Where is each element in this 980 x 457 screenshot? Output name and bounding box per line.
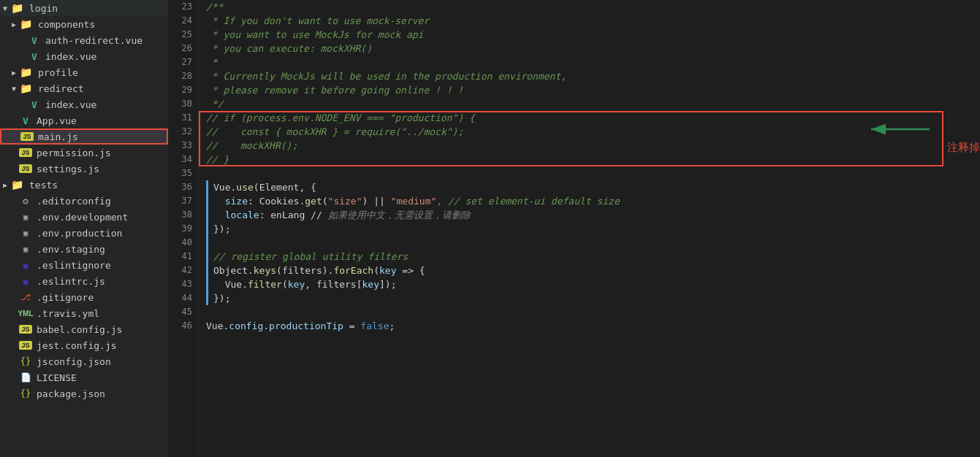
line-number: 27 <box>168 55 192 69</box>
editor-panel: 2324252627282930313233343536373839404142… <box>168 0 980 457</box>
code-line <box>206 305 980 319</box>
tree-item-login[interactable]: ▼📁login <box>0 0 168 16</box>
js-icon: JS <box>19 164 32 173</box>
code-content: /** * If you don't want to use mock-serv… <box>199 0 980 457</box>
tree-label: App.vue <box>37 115 77 126</box>
tree-label: package.json <box>37 388 105 399</box>
folder-icon: 📁 <box>10 179 23 191</box>
line-number: 46 <box>168 319 192 333</box>
git-icon: ⎇ <box>19 292 32 302</box>
tree-label: babel.config.js <box>37 324 122 335</box>
code-line: * you can execute: mockXHR() <box>206 42 980 55</box>
line-number: 28 <box>168 69 192 83</box>
code-line: // mockXHR(); <box>206 139 980 153</box>
tree-item-index-vue-redirect[interactable]: Vindex.vue <box>0 96 168 112</box>
chevron-icon: ▶ <box>9 20 19 28</box>
line-number: 43 <box>168 277 192 291</box>
tree-label: .travis.yml <box>37 308 99 319</box>
tree-item-settings-js[interactable]: JSsettings.js <box>0 161 168 177</box>
line-number: 24 <box>168 14 192 28</box>
code-line: * please remove it before going online !… <box>206 83 980 97</box>
chevron-icon: ▶ <box>9 69 19 77</box>
tree-item-components[interactable]: ▶📁components <box>0 16 168 32</box>
tree-item-auth-redirect[interactable]: Vauth-redirect.vue <box>0 32 168 48</box>
code-line: }); <box>206 222 980 236</box>
code-line: // } <box>206 153 980 166</box>
tree-item-profile[interactable]: ▶📁profile <box>0 64 168 80</box>
tree-label: permission.js <box>37 147 111 158</box>
line-number: 33 <box>168 139 192 153</box>
line-number: 39 <box>168 222 192 236</box>
line-number: 40 <box>168 236 192 250</box>
tree-item-license[interactable]: 📄LICENSE <box>0 369 168 385</box>
js-icon: JS <box>19 325 32 334</box>
tree-item-env-staging[interactable]: ▣.env.staging <box>0 241 168 257</box>
tree-item-travis[interactable]: YML.travis.yml <box>0 305 168 321</box>
tree-label: settings.js <box>37 164 99 174</box>
env-icon: ▣ <box>19 228 32 238</box>
code-line: * you want to use MockJs for mock api <box>206 28 980 42</box>
file-icon: 📄 <box>19 372 32 383</box>
js-icon: JS <box>19 341 32 350</box>
tree-label: auth-redirect.vue <box>45 35 143 46</box>
tree-item-redirect[interactable]: ▼📁redirect <box>0 80 168 96</box>
folder-icon: 📁 <box>19 66 32 78</box>
code-area: 2324252627282930313233343536373839404142… <box>168 0 980 457</box>
tree-item-index-vue-login[interactable]: Vindex.vue <box>0 48 168 64</box>
chevron-icon: ▼ <box>9 85 19 93</box>
chevron-icon: ▼ <box>0 4 10 12</box>
tree-item-jest[interactable]: JSjest.config.js <box>0 337 168 353</box>
folder-icon: 📁 <box>19 18 32 30</box>
js-icon: JS <box>19 148 32 157</box>
json-icon: {} <box>19 388 32 399</box>
tree-item-main-js[interactable]: JSmain.js <box>0 128 168 145</box>
vue-icon: V <box>19 115 32 126</box>
tree-item-gitignore[interactable]: ⎇.gitignore <box>0 289 168 305</box>
tree-label: .gitignore <box>37 292 94 303</box>
tree-label: profile <box>38 67 78 78</box>
tree-item-app-vue[interactable]: VApp.vue <box>0 112 168 128</box>
tree-label: .eslintignore <box>37 260 111 271</box>
js-icon: JS <box>20 132 34 141</box>
tree-item-tests[interactable]: ▶📁tests <box>0 177 168 193</box>
line-number: 30 <box>168 97 192 111</box>
code-line: // if (process.env.NODE_ENV === "product… <box>206 111 980 125</box>
gear-icon: ⚙ <box>19 196 32 207</box>
tree-label: LICENSE <box>37 372 77 383</box>
vue-icon: V <box>28 35 41 46</box>
env-icon: ▣ <box>19 245 32 254</box>
line-number: 45 <box>168 305 192 319</box>
tree-item-package[interactable]: {}package.json <box>0 385 168 402</box>
chevron-icon: ▶ <box>0 181 10 189</box>
tree-item-permission-js[interactable]: JSpermission.js <box>0 145 168 161</box>
line-number: 37 <box>168 194 192 208</box>
eslint-icon: ◉ <box>19 276 32 287</box>
file-tree: ▼📁login▶📁componentsVauth-redirect.vueVin… <box>0 0 168 457</box>
tree-item-env-prod[interactable]: ▣.env.production <box>0 225 168 241</box>
code-line: Vue.filter(key, filters[key]); <box>206 277 980 291</box>
tree-item-eslintrc[interactable]: ◉.eslintrc.js <box>0 273 168 289</box>
line-number: 41 <box>168 250 192 264</box>
code-line: */ <box>206 97 980 111</box>
tree-item-jsconfig[interactable]: {}jsconfig.json <box>0 353 168 369</box>
tree-item-eslintignore[interactable]: ◉.eslintignore <box>0 257 168 273</box>
json-icon: {} <box>19 356 32 366</box>
code-line: /** <box>206 0 980 14</box>
tree-label: jsconfig.json <box>37 356 111 367</box>
line-number: 35 <box>168 166 192 180</box>
code-line: Object.keys(filters).forEach(key => { <box>206 264 980 277</box>
tree-item-babel[interactable]: JSbabel.config.js <box>0 321 168 337</box>
line-number: 29 <box>168 83 192 97</box>
tree-label: tests <box>29 180 58 191</box>
tree-item-editorconfig[interactable]: ⚙.editorconfig <box>0 193 168 209</box>
tree-label: components <box>38 19 95 30</box>
code-line: }); <box>206 291 980 305</box>
tree-item-env-dev[interactable]: ▣.env.development <box>0 209 168 225</box>
tree-label: redirect <box>38 83 84 94</box>
line-number: 26 <box>168 42 192 55</box>
line-number: 32 <box>168 125 192 139</box>
tree-label: .eslintrc.js <box>37 276 105 287</box>
tree-label: .editorconfig <box>37 196 111 207</box>
line-number: 44 <box>168 291 192 305</box>
folder-icon: 📁 <box>10 2 23 14</box>
